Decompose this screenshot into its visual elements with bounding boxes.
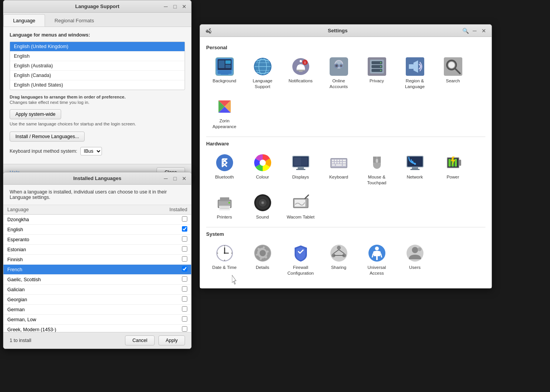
settings-item-date-time[interactable]: Date & Time (206, 241, 243, 279)
zorin-appearance-icon (215, 97, 234, 116)
language-name-cell: Finnish (3, 255, 133, 265)
wacom-tablet-icon (292, 193, 310, 212)
apply-button[interactable]: Apply (158, 335, 185, 345)
table-row[interactable]: Gaelic, Scottish (3, 275, 191, 285)
settings-item-details[interactable]: Details (244, 241, 281, 279)
svg-point-28 (340, 65, 342, 67)
lang-minimize-icon[interactable]: ─ (162, 3, 170, 10)
settings-item-keyboard[interactable]: Keyboard (320, 150, 357, 189)
settings-item-zorin-appearance[interactable]: ZorinAppearance (206, 94, 243, 133)
settings-titlebar-controls: 🔍 ─ ✕ (462, 27, 488, 35)
lang-item-english-ca[interactable]: English (Canada) (10, 71, 185, 80)
table-row[interactable]: Greek, Modern (1453-) (3, 325, 191, 332)
table-row[interactable]: German (3, 305, 191, 315)
settings-item-power[interactable]: Power (435, 150, 471, 189)
settings-item-wacom-tablet[interactable]: Wacom Tablet (282, 190, 319, 223)
svg-point-94 (262, 202, 263, 204)
installed-maximize-icon[interactable]: □ (171, 175, 179, 182)
settings-item-users[interactable]: Users (397, 241, 433, 279)
settings-search-icon[interactable]: 🔍 (462, 27, 469, 35)
language-support-controls: ─ □ ✕ (162, 3, 188, 10)
cancel-button[interactable]: Cancel (125, 335, 155, 345)
settings-item-region-language[interactable]: Region &Language (397, 54, 433, 93)
settings-item-sound[interactable]: Sound (244, 190, 281, 223)
language-checkbox[interactable] (182, 296, 187, 302)
settings-item-privacy[interactable]: Privacy (358, 54, 395, 93)
drag-hint2: Changes take effect next time you log in… (10, 100, 185, 105)
settings-item-colour[interactable]: Colour (244, 150, 281, 189)
system-grid: Date & Time Details (206, 241, 485, 279)
tab-regional-formats[interactable]: Regional Formats (45, 14, 104, 27)
language-installed-cell (133, 225, 191, 235)
settings-item-mouse-touchpad[interactable]: Mouse &Touchpad (358, 150, 395, 189)
lang-item-english-us[interactable]: English (United States) (10, 80, 185, 90)
table-row[interactable]: Esperanto (3, 235, 191, 245)
lang-item-english[interactable]: English (10, 52, 185, 61)
svg-rect-4 (222, 72, 227, 73)
settings-item-firewall[interactable]: FirewallConfiguration (282, 241, 319, 279)
language-checkbox[interactable] (182, 266, 187, 272)
colour-label: Colour (256, 174, 269, 180)
col-installed-header: Installed (133, 205, 191, 215)
installed-close-icon[interactable]: ✕ (180, 175, 188, 182)
table-row[interactable]: Georgian (3, 295, 191, 305)
svg-point-128 (418, 247, 422, 251)
settings-minimize-icon[interactable]: ─ (471, 27, 478, 35)
lang-item-english-au[interactable]: English (Australia) (10, 61, 185, 71)
language-support-tabs: Language Regional Formats (3, 13, 191, 27)
lang-maximize-icon[interactable]: □ (171, 3, 179, 10)
hardware-section-header: Hardware (206, 141, 485, 147)
svg-rect-51 (294, 157, 301, 166)
language-checkbox[interactable] (182, 316, 187, 322)
svg-point-45 (260, 160, 266, 166)
language-checkbox[interactable] (182, 256, 187, 262)
settings-item-language-support[interactable]: LanguageSupport (244, 54, 281, 93)
svg-point-42 (448, 62, 455, 68)
svg-point-35 (380, 66, 382, 67)
svg-rect-50 (296, 169, 305, 170)
settings-item-search[interactable]: Search (435, 54, 471, 93)
install-remove-languages-button[interactable]: Install / Remove Languages... (10, 132, 85, 142)
settings-item-sharing[interactable]: Sharing (320, 241, 357, 279)
table-row[interactable]: Estonian (3, 245, 191, 255)
settings-item-bluetooth[interactable]: Bluetooth (206, 150, 243, 189)
language-checkbox[interactable] (182, 326, 187, 332)
svg-rect-60 (335, 162, 337, 163)
table-row[interactable]: French (3, 265, 191, 275)
language-checkbox[interactable] (182, 236, 187, 242)
users-label: Users (409, 265, 420, 270)
table-row[interactable]: German, Low (3, 315, 191, 325)
language-checkbox[interactable] (182, 216, 187, 222)
lang-item-english-uk[interactable]: English (United Kingdom) (10, 42, 185, 52)
language-support-content: Language Regional Formats Language for m… (3, 13, 191, 164)
language-checkbox[interactable] (182, 306, 187, 312)
apply-system-wide-button[interactable]: Apply system-wide (10, 109, 61, 119)
settings-item-online-accounts[interactable]: OnlineAccounts (320, 54, 357, 93)
settings-content: Personal (200, 37, 492, 288)
settings-item-universal-access[interactable]: UniversalAccess (358, 241, 395, 279)
svg-rect-58 (343, 160, 346, 161)
settings-item-displays[interactable]: Displays (282, 150, 319, 189)
language-checkbox[interactable] (182, 246, 187, 252)
language-name-cell: French (3, 265, 133, 275)
language-checkbox[interactable] (182, 226, 187, 232)
tab-language[interactable]: Language (3, 14, 45, 27)
settings-close-icon[interactable]: ✕ (480, 27, 488, 35)
details-label: Details (256, 265, 269, 270)
svg-point-43 (216, 154, 233, 171)
table-row[interactable]: English (3, 225, 191, 235)
table-row[interactable]: Finnish (3, 255, 191, 265)
lang-close-icon[interactable]: ✕ (180, 3, 188, 10)
installed-languages-list-container[interactable]: Language Installed DzongkhaEnglishEspera… (3, 205, 191, 332)
keyboard-method-select[interactable]: IBus (80, 147, 102, 155)
table-row[interactable]: Galician (3, 285, 191, 295)
table-row[interactable]: Dzongkha (3, 215, 191, 225)
settings-item-notifications[interactable]: ! Notifications (282, 54, 319, 93)
language-checkbox[interactable] (182, 286, 187, 292)
installed-languages-description: When a language is installed, individual… (3, 185, 191, 205)
installed-minimize-icon[interactable]: ─ (162, 175, 170, 182)
language-checkbox[interactable] (182, 276, 187, 282)
settings-item-network[interactable]: Network (397, 150, 433, 189)
settings-item-printers[interactable]: Printers (206, 190, 243, 223)
settings-item-background[interactable]: Background (206, 54, 243, 93)
